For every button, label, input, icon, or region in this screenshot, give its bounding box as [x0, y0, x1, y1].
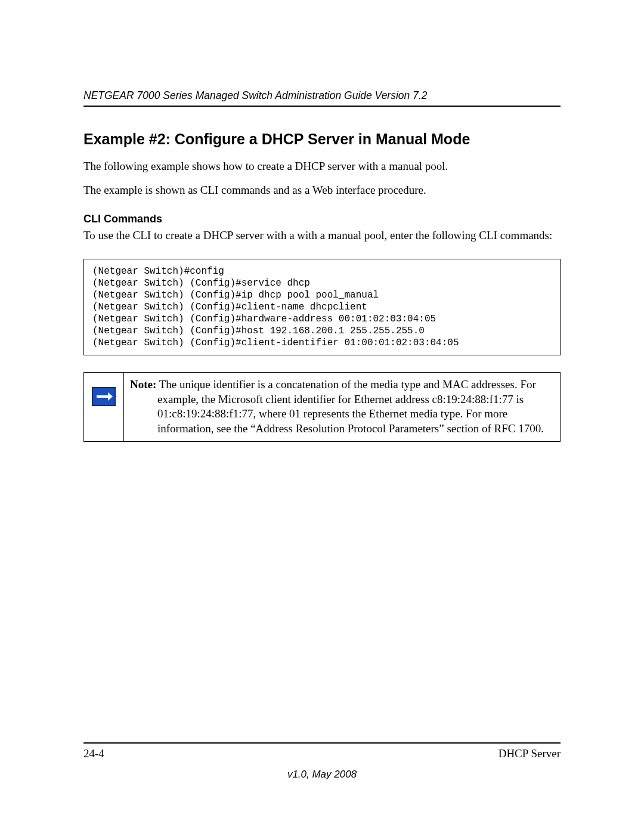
note-body: example, the Microsoft client identifier…	[130, 392, 554, 436]
intro-paragraph-1: The following example shows how to creat…	[83, 159, 561, 174]
cli-heading: CLI Commands	[83, 213, 561, 225]
cli-code-block: (Netgear Switch)#config (Netgear Switch)…	[83, 259, 561, 355]
arrow-right-icon	[92, 387, 116, 406]
running-header: NETGEAR 7000 Series Managed Switch Admin…	[83, 89, 561, 107]
note-label: Note:	[130, 378, 156, 391]
page-number: 24-4	[83, 747, 104, 760]
cli-intro: To use the CLI to create a DHCP server w…	[83, 228, 561, 243]
note-text: Note: The unique identifier is a concate…	[124, 372, 561, 441]
footer-topic: DHCP Server	[499, 747, 561, 760]
section-title: Example #2: Configure a DHCP Server in M…	[83, 131, 561, 148]
note-box: Note: The unique identifier is a concate…	[83, 372, 561, 442]
page-footer: 24-4 DHCP Server v1.0, May 2008	[83, 742, 561, 781]
page: NETGEAR 7000 Series Managed Switch Admin…	[0, 0, 644, 833]
note-icon-cell	[84, 372, 124, 441]
footer-version: v1.0, May 2008	[83, 769, 561, 781]
note-firstline: The unique identifier is a concatenation…	[156, 378, 536, 391]
intro-paragraph-2: The example is shown as CLI commands and…	[83, 182, 561, 198]
